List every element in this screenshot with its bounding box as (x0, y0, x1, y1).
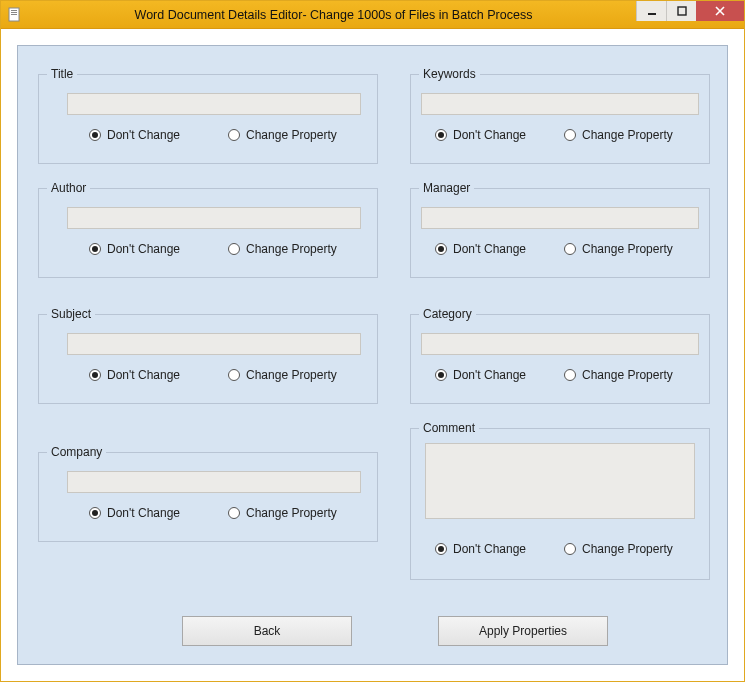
radio-dot-icon (89, 243, 101, 255)
keywords-radio-change[interactable]: Change Property (564, 128, 673, 142)
svg-rect-1 (11, 10, 17, 11)
radio-label: Change Property (246, 242, 337, 256)
radio-label: Don't Change (107, 368, 180, 382)
group-subject-label: Subject (47, 307, 95, 321)
radio-dot-icon (564, 369, 576, 381)
author-radios: Don't Change Change Property (89, 241, 361, 257)
radio-label: Don't Change (107, 506, 180, 520)
apply-properties-button[interactable]: Apply Properties (438, 616, 608, 646)
radio-label: Change Property (246, 506, 337, 520)
comment-input[interactable] (425, 443, 695, 519)
app-icon (7, 7, 23, 23)
radio-dot-icon (89, 507, 101, 519)
radio-label: Don't Change (107, 128, 180, 142)
comment-radio-change[interactable]: Change Property (564, 542, 673, 556)
category-input[interactable] (421, 333, 699, 355)
radio-dot-icon (435, 543, 447, 555)
title-radios: Don't Change Change Property (89, 127, 361, 143)
title-input[interactable] (67, 93, 361, 115)
subject-input[interactable] (67, 333, 361, 355)
apply-button-label: Apply Properties (479, 624, 567, 638)
radio-dot-icon (435, 369, 447, 381)
group-author-label: Author (47, 181, 90, 195)
radio-label: Don't Change (107, 242, 180, 256)
subject-radio-change[interactable]: Change Property (228, 368, 337, 382)
radio-dot-icon (89, 369, 101, 381)
group-category-label: Category (419, 307, 476, 321)
radio-label: Change Property (582, 128, 673, 142)
radio-dot-icon (435, 129, 447, 141)
svg-rect-2 (11, 12, 17, 13)
radio-label: Change Property (246, 368, 337, 382)
title-radio-change[interactable]: Change Property (228, 128, 337, 142)
radio-label: Don't Change (453, 542, 526, 556)
radio-label: Change Property (582, 242, 673, 256)
group-comment-label: Comment (419, 421, 479, 435)
subject-radios: Don't Change Change Property (89, 367, 361, 383)
radio-dot-icon (564, 543, 576, 555)
author-radio-change[interactable]: Change Property (228, 242, 337, 256)
radio-dot-icon (228, 369, 240, 381)
keywords-radios: Don't Change Change Property (435, 127, 693, 143)
author-input[interactable] (67, 207, 361, 229)
manager-input[interactable] (421, 207, 699, 229)
group-title-label: Title (47, 67, 77, 81)
close-button[interactable] (696, 1, 744, 21)
minimize-button[interactable] (636, 1, 666, 21)
radio-label: Don't Change (453, 128, 526, 142)
radio-dot-icon (228, 243, 240, 255)
company-radio-change[interactable]: Change Property (228, 506, 337, 520)
radio-dot-icon (89, 129, 101, 141)
manager-radio-change[interactable]: Change Property (564, 242, 673, 256)
keywords-input[interactable] (421, 93, 699, 115)
radio-label: Change Property (582, 368, 673, 382)
group-company-label: Company (47, 445, 106, 459)
radio-dot-icon (564, 129, 576, 141)
window-controls (636, 1, 744, 21)
radio-label: Change Property (582, 542, 673, 556)
title-radio-dontchange[interactable]: Don't Change (89, 128, 180, 142)
category-radio-change[interactable]: Change Property (564, 368, 673, 382)
manager-radio-dontchange[interactable]: Don't Change (435, 242, 526, 256)
svg-rect-3 (11, 14, 17, 15)
radio-label: Don't Change (453, 242, 526, 256)
back-button-label: Back (254, 624, 281, 638)
company-radio-dontchange[interactable]: Don't Change (89, 506, 180, 520)
radio-label: Change Property (246, 128, 337, 142)
category-radio-dontchange[interactable]: Don't Change (435, 368, 526, 382)
main-panel: Title Don't Change Change Property Autho… (17, 45, 728, 665)
keywords-radio-dontchange[interactable]: Don't Change (435, 128, 526, 142)
radio-dot-icon (228, 129, 240, 141)
group-comment: Comment Don't Change Change Property (410, 428, 710, 580)
group-subject: Subject Don't Change Change Property (38, 314, 378, 404)
comment-radio-dontchange[interactable]: Don't Change (435, 542, 526, 556)
back-button[interactable]: Back (182, 616, 352, 646)
app-window: Word Document Details Editor- Change 100… (0, 0, 745, 682)
radio-dot-icon (564, 243, 576, 255)
svg-rect-4 (648, 13, 656, 15)
client-area: Title Don't Change Change Property Autho… (1, 29, 744, 681)
radio-dot-icon (435, 243, 447, 255)
group-author: Author Don't Change Change Property (38, 188, 378, 278)
comment-radios: Don't Change Change Property (435, 541, 693, 557)
svg-rect-5 (678, 7, 686, 15)
group-keywords: Keywords Don't Change Change Property (410, 74, 710, 164)
group-category: Category Don't Change Change Property (410, 314, 710, 404)
company-input[interactable] (67, 471, 361, 493)
radio-label: Don't Change (453, 368, 526, 382)
maximize-button[interactable] (666, 1, 696, 21)
manager-radios: Don't Change Change Property (435, 241, 693, 257)
subject-radio-dontchange[interactable]: Don't Change (89, 368, 180, 382)
group-manager: Manager Don't Change Change Property (410, 188, 710, 278)
group-keywords-label: Keywords (419, 67, 480, 81)
group-company: Company Don't Change Change Property (38, 452, 378, 542)
author-radio-dontchange[interactable]: Don't Change (89, 242, 180, 256)
radio-dot-icon (228, 507, 240, 519)
titlebar[interactable]: Word Document Details Editor- Change 100… (1, 1, 744, 29)
category-radios: Don't Change Change Property (435, 367, 693, 383)
group-title: Title Don't Change Change Property (38, 74, 378, 164)
company-radios: Don't Change Change Property (89, 505, 361, 521)
group-manager-label: Manager (419, 181, 474, 195)
